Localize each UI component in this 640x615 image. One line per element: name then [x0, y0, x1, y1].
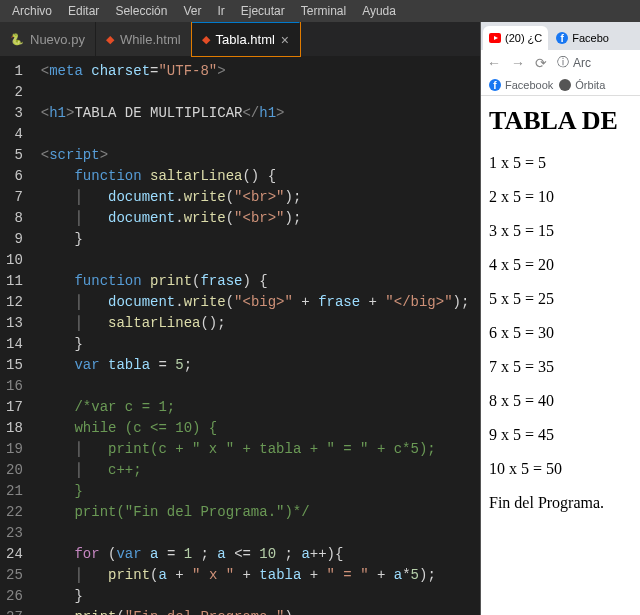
bookmarks-bar: fFacebookÓrbita: [481, 75, 640, 96]
page-line: 10 x 5 = 50: [489, 460, 632, 478]
code-line-26[interactable]: }: [35, 586, 480, 607]
html-file-icon: ◆: [202, 33, 210, 46]
code-line-23[interactable]: [35, 523, 480, 544]
browser-toolbar: ← → ⟳ ⓘ Arc: [481, 50, 640, 75]
browser-tab-1[interactable]: fFacebo: [550, 26, 615, 50]
page-lines: 1 x 5 = 52 x 5 = 103 x 5 = 154 x 5 = 205…: [489, 154, 632, 512]
code-line-10[interactable]: [35, 250, 480, 271]
browser-tab-label: (20) ¿C: [505, 32, 542, 44]
code-line-18[interactable]: while (c <= 10) {: [35, 418, 480, 439]
bookmark-label: Facebook: [505, 79, 553, 91]
editor-pane: 🐍Nuevo.py◆While.html◆Tabla.html× 1234567…: [0, 22, 480, 615]
browser-tab-label: Facebo: [572, 32, 609, 44]
code-line-4[interactable]: [35, 124, 480, 145]
code-line-7[interactable]: │ document.write("<br>");: [35, 187, 480, 208]
menubar: ArchivoEditarSelecciónVerIrEjecutarTermi…: [0, 0, 640, 22]
page-line: 1 x 5 = 5: [489, 154, 632, 172]
menu-editar[interactable]: Editar: [60, 2, 107, 20]
code-line-13[interactable]: │ saltarLinea();: [35, 313, 480, 334]
page-line: 4 x 5 = 20: [489, 256, 632, 274]
menu-ejecutar[interactable]: Ejecutar: [233, 2, 293, 20]
code-line-11[interactable]: function print(frase) {: [35, 271, 480, 292]
tab-nuevo.py[interactable]: 🐍Nuevo.py: [0, 22, 96, 56]
code-line-12[interactable]: │ document.write("<big>" + frase + "</bi…: [35, 292, 480, 313]
page-line: 7 x 5 = 35: [489, 358, 632, 376]
code-line-25[interactable]: │ print(a + " x " + tabla + " = " + a*5)…: [35, 565, 480, 586]
back-icon[interactable]: ←: [487, 55, 501, 71]
info-icon[interactable]: ⓘ: [557, 54, 569, 71]
code-line-20[interactable]: │ c++;: [35, 460, 480, 481]
code-area[interactable]: <meta charset="UTF-8"> <h1>TABLA DE MULT…: [35, 57, 480, 615]
page-heading: TABLA DE: [489, 106, 632, 136]
py-file-icon: 🐍: [10, 33, 24, 46]
tab-label: While.html: [120, 32, 181, 47]
address-text: Arc: [573, 56, 591, 70]
page-line: 5 x 5 = 25: [489, 290, 632, 308]
menu-ir[interactable]: Ir: [209, 2, 232, 20]
bookmark-label: Órbita: [575, 79, 605, 91]
tab-while.html[interactable]: ◆While.html: [96, 22, 192, 56]
bookmark-órbita[interactable]: Órbita: [559, 79, 605, 91]
browser-tab-0[interactable]: (20) ¿C: [483, 26, 548, 50]
page-line: 8 x 5 = 40: [489, 392, 632, 410]
forward-icon[interactable]: →: [511, 55, 525, 71]
address-bar[interactable]: ⓘ Arc: [557, 54, 634, 71]
rendered-page: TABLA DE 1 x 5 = 52 x 5 = 103 x 5 = 154 …: [481, 96, 640, 538]
code-line-9[interactable]: }: [35, 229, 480, 250]
page-line: Fin del Programa.: [489, 494, 632, 512]
tab-label: Tabla.html: [216, 32, 275, 47]
code-line-2[interactable]: [35, 82, 480, 103]
facebook-icon: f: [556, 32, 568, 44]
browser-tabs: (20) ¿CfFacebo: [481, 22, 640, 50]
code-line-14[interactable]: }: [35, 334, 480, 355]
code-line-1[interactable]: <meta charset="UTF-8">: [35, 61, 480, 82]
code-line-22[interactable]: print("Fin del Programa.")*/: [35, 502, 480, 523]
menu-ver[interactable]: Ver: [175, 2, 209, 20]
youtube-icon: [489, 33, 501, 43]
code-line-8[interactable]: │ document.write("<br>");: [35, 208, 480, 229]
menu-terminal[interactable]: Terminal: [293, 2, 354, 20]
tab-label: Nuevo.py: [30, 32, 85, 47]
code-line-6[interactable]: function saltarLinea() {: [35, 166, 480, 187]
menu-selección[interactable]: Selección: [107, 2, 175, 20]
html-file-icon: ◆: [106, 33, 114, 46]
code-line-24[interactable]: for (var a = 1 ; a <= 10 ; a++){: [35, 544, 480, 565]
close-icon[interactable]: ×: [281, 32, 289, 48]
tab-tabla.html[interactable]: ◆Tabla.html×: [192, 22, 300, 56]
menu-archivo[interactable]: Archivo: [4, 2, 60, 20]
code-line-27[interactable]: print("Fin del Programa."): [35, 607, 480, 615]
bookmark-facebook[interactable]: fFacebook: [489, 79, 553, 91]
code-line-19[interactable]: │ print(c + " x " + tabla + " = " + c*5)…: [35, 439, 480, 460]
line-gutter: 1234567891011121314151617181920212223242…: [0, 57, 35, 615]
page-line: 2 x 5 = 10: [489, 188, 632, 206]
code-line-3[interactable]: <h1>TABLA DE MULTIPLICAR</h1>: [35, 103, 480, 124]
editor-body: 1234567891011121314151617181920212223242…: [0, 57, 480, 615]
code-line-5[interactable]: <script>: [35, 145, 480, 166]
code-line-21[interactable]: }: [35, 481, 480, 502]
code-line-15[interactable]: var tabla = 5;: [35, 355, 480, 376]
page-line: 3 x 5 = 15: [489, 222, 632, 240]
reload-icon[interactable]: ⟳: [535, 55, 547, 71]
code-line-17[interactable]: /*var c = 1;: [35, 397, 480, 418]
code-line-16[interactable]: [35, 376, 480, 397]
editor-tabs: 🐍Nuevo.py◆While.html◆Tabla.html×: [0, 22, 480, 57]
menu-ayuda[interactable]: Ayuda: [354, 2, 404, 20]
orbita-icon: [559, 79, 571, 91]
page-line: 9 x 5 = 45: [489, 426, 632, 444]
browser-pane: (20) ¿CfFacebo ← → ⟳ ⓘ Arc fFacebookÓrbi…: [480, 22, 640, 615]
page-line: 6 x 5 = 30: [489, 324, 632, 342]
main: 🐍Nuevo.py◆While.html◆Tabla.html× 1234567…: [0, 22, 640, 615]
facebook-icon: f: [489, 79, 501, 91]
